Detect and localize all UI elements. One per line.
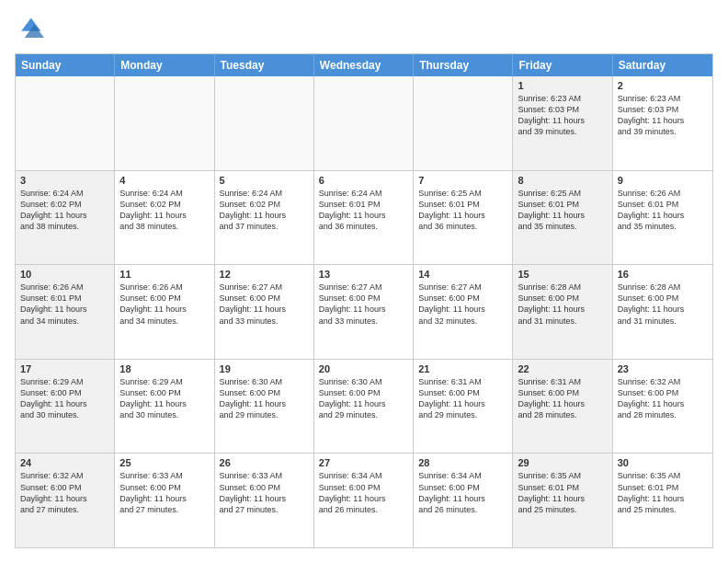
calendar-week-3: 17Sunrise: 6:29 AM Sunset: 6:00 PM Dayli…: [16, 360, 712, 454]
day-number: 16: [618, 269, 708, 280]
cell-info: Sunrise: 6:34 AM Sunset: 6:00 PM Dayligh…: [418, 470, 507, 515]
cell-info: Sunrise: 6:31 AM Sunset: 6:00 PM Dayligh…: [418, 376, 507, 421]
calendar-week-0: 1Sunrise: 6:23 AM Sunset: 6:03 PM Daylig…: [16, 76, 712, 171]
calendar-cell-12: 12Sunrise: 6:27 AM Sunset: 6:00 PM Dayli…: [215, 265, 314, 359]
cell-info: Sunrise: 6:31 AM Sunset: 6:00 PM Dayligh…: [518, 376, 607, 421]
calendar-week-1: 3Sunrise: 6:24 AM Sunset: 6:02 PM Daylig…: [16, 171, 712, 266]
calendar-week-4: 24Sunrise: 6:32 AM Sunset: 6:00 PM Dayli…: [16, 454, 712, 547]
cell-info: Sunrise: 6:35 AM Sunset: 6:01 PM Dayligh…: [518, 470, 607, 515]
calendar-cell-11: 11Sunrise: 6:26 AM Sunset: 6:00 PM Dayli…: [115, 265, 214, 359]
cell-info: Sunrise: 6:26 AM Sunset: 6:01 PM Dayligh…: [618, 188, 708, 233]
calendar-cell-empty-0-2: [215, 76, 314, 170]
header-day-monday: Monday: [115, 54, 214, 76]
day-number: 17: [20, 363, 109, 374]
cell-info: Sunrise: 6:32 AM Sunset: 6:00 PM Dayligh…: [618, 376, 708, 421]
day-number: 3: [20, 175, 109, 186]
calendar-body: 1Sunrise: 6:23 AM Sunset: 6:03 PM Daylig…: [16, 76, 712, 547]
calendar: SundayMondayTuesdayWednesdayThursdayFrid…: [15, 53, 713, 548]
calendar-header-row: SundayMondayTuesdayWednesdayThursdayFrid…: [16, 54, 712, 76]
calendar-cell-23: 23Sunrise: 6:32 AM Sunset: 6:00 PM Dayli…: [613, 360, 712, 454]
day-number: 2: [618, 80, 708, 91]
cell-info: Sunrise: 6:29 AM Sunset: 6:00 PM Dayligh…: [119, 376, 209, 421]
cell-info: Sunrise: 6:24 AM Sunset: 6:01 PM Dayligh…: [319, 188, 408, 233]
cell-info: Sunrise: 6:30 AM Sunset: 6:00 PM Dayligh…: [220, 376, 309, 421]
cell-info: Sunrise: 6:35 AM Sunset: 6:01 PM Dayligh…: [618, 470, 708, 515]
cell-info: Sunrise: 6:24 AM Sunset: 6:02 PM Dayligh…: [220, 188, 309, 233]
calendar-cell-10: 10Sunrise: 6:26 AM Sunset: 6:01 PM Dayli…: [16, 265, 115, 359]
header-day-friday: Friday: [513, 54, 612, 76]
day-number: 5: [220, 175, 309, 186]
cell-info: Sunrise: 6:27 AM Sunset: 6:00 PM Dayligh…: [418, 282, 507, 327]
cell-info: Sunrise: 6:34 AM Sunset: 6:00 PM Dayligh…: [319, 470, 408, 515]
cell-info: Sunrise: 6:29 AM Sunset: 6:00 PM Dayligh…: [20, 376, 109, 421]
day-number: 27: [319, 457, 408, 468]
day-number: 15: [518, 269, 607, 280]
header-day-saturday: Saturday: [613, 54, 712, 76]
calendar-cell-8: 8Sunrise: 6:25 AM Sunset: 6:01 PM Daylig…: [513, 171, 612, 265]
cell-info: Sunrise: 6:24 AM Sunset: 6:02 PM Dayligh…: [20, 188, 109, 233]
day-number: 25: [119, 457, 209, 468]
day-number: 23: [618, 363, 708, 374]
calendar-cell-1: 1Sunrise: 6:23 AM Sunset: 6:03 PM Daylig…: [513, 76, 612, 170]
day-number: 30: [618, 457, 708, 468]
calendar-cell-empty-0-4: [414, 76, 513, 170]
logo: [15, 15, 48, 44]
header-day-sunday: Sunday: [16, 54, 115, 76]
calendar-cell-30: 30Sunrise: 6:35 AM Sunset: 6:01 PM Dayli…: [613, 454, 712, 547]
calendar-cell-20: 20Sunrise: 6:30 AM Sunset: 6:00 PM Dayli…: [314, 360, 414, 454]
calendar-cell-2: 2Sunrise: 6:23 AM Sunset: 6:03 PM Daylig…: [613, 76, 712, 170]
header-day-thursday: Thursday: [414, 54, 513, 76]
day-number: 8: [518, 175, 607, 186]
calendar-cell-3: 3Sunrise: 6:24 AM Sunset: 6:02 PM Daylig…: [16, 171, 115, 265]
day-number: 1: [518, 80, 607, 91]
cell-info: Sunrise: 6:30 AM Sunset: 6:00 PM Dayligh…: [319, 376, 408, 421]
calendar-cell-13: 13Sunrise: 6:27 AM Sunset: 6:00 PM Dayli…: [314, 265, 414, 359]
cell-info: Sunrise: 6:26 AM Sunset: 6:01 PM Dayligh…: [20, 282, 109, 327]
calendar-cell-15: 15Sunrise: 6:28 AM Sunset: 6:00 PM Dayli…: [513, 265, 612, 359]
calendar-cell-28: 28Sunrise: 6:34 AM Sunset: 6:00 PM Dayli…: [414, 454, 513, 547]
day-number: 11: [119, 269, 209, 280]
logo-icon: [15, 15, 44, 44]
day-number: 14: [418, 269, 507, 280]
cell-info: Sunrise: 6:23 AM Sunset: 6:03 PM Dayligh…: [518, 93, 607, 138]
cell-info: Sunrise: 6:25 AM Sunset: 6:01 PM Dayligh…: [418, 188, 507, 233]
cell-info: Sunrise: 6:25 AM Sunset: 6:01 PM Dayligh…: [518, 188, 607, 233]
day-number: 13: [319, 269, 408, 280]
day-number: 29: [518, 457, 607, 468]
calendar-cell-4: 4Sunrise: 6:24 AM Sunset: 6:02 PM Daylig…: [115, 171, 214, 265]
calendar-cell-7: 7Sunrise: 6:25 AM Sunset: 6:01 PM Daylig…: [414, 171, 513, 265]
cell-info: Sunrise: 6:24 AM Sunset: 6:02 PM Dayligh…: [119, 188, 209, 233]
calendar-cell-empty-0-1: [115, 76, 214, 170]
calendar-cell-16: 16Sunrise: 6:28 AM Sunset: 6:00 PM Dayli…: [613, 265, 712, 359]
cell-info: Sunrise: 6:23 AM Sunset: 6:03 PM Dayligh…: [618, 93, 708, 138]
page: SundayMondayTuesdayWednesdayThursdayFrid…: [0, 0, 728, 563]
calendar-cell-empty-0-0: [16, 76, 115, 170]
day-number: 22: [518, 363, 607, 374]
calendar-cell-26: 26Sunrise: 6:33 AM Sunset: 6:00 PM Dayli…: [215, 454, 314, 547]
cell-info: Sunrise: 6:33 AM Sunset: 6:00 PM Dayligh…: [119, 470, 209, 515]
day-number: 20: [319, 363, 408, 374]
calendar-cell-24: 24Sunrise: 6:32 AM Sunset: 6:00 PM Dayli…: [16, 454, 115, 547]
calendar-cell-6: 6Sunrise: 6:24 AM Sunset: 6:01 PM Daylig…: [314, 171, 414, 265]
day-number: 4: [119, 175, 209, 186]
calendar-cell-27: 27Sunrise: 6:34 AM Sunset: 6:00 PM Dayli…: [314, 454, 414, 547]
header-day-tuesday: Tuesday: [215, 54, 314, 76]
day-number: 9: [618, 175, 708, 186]
calendar-week-2: 10Sunrise: 6:26 AM Sunset: 6:01 PM Dayli…: [16, 265, 712, 360]
day-number: 24: [20, 457, 109, 468]
calendar-cell-14: 14Sunrise: 6:27 AM Sunset: 6:00 PM Dayli…: [414, 265, 513, 359]
calendar-cell-19: 19Sunrise: 6:30 AM Sunset: 6:00 PM Dayli…: [215, 360, 314, 454]
cell-info: Sunrise: 6:27 AM Sunset: 6:00 PM Dayligh…: [220, 282, 309, 327]
cell-info: Sunrise: 6:26 AM Sunset: 6:00 PM Dayligh…: [119, 282, 209, 327]
calendar-cell-25: 25Sunrise: 6:33 AM Sunset: 6:00 PM Dayli…: [115, 454, 214, 547]
header: [15, 15, 713, 44]
calendar-cell-22: 22Sunrise: 6:31 AM Sunset: 6:00 PM Dayli…: [513, 360, 612, 454]
calendar-cell-29: 29Sunrise: 6:35 AM Sunset: 6:01 PM Dayli…: [513, 454, 612, 547]
calendar-cell-21: 21Sunrise: 6:31 AM Sunset: 6:00 PM Dayli…: [414, 360, 513, 454]
calendar-cell-18: 18Sunrise: 6:29 AM Sunset: 6:00 PM Dayli…: [115, 360, 214, 454]
day-number: 28: [418, 457, 507, 468]
day-number: 19: [220, 363, 309, 374]
cell-info: Sunrise: 6:27 AM Sunset: 6:00 PM Dayligh…: [319, 282, 408, 327]
cell-info: Sunrise: 6:32 AM Sunset: 6:00 PM Dayligh…: [20, 470, 109, 515]
calendar-cell-5: 5Sunrise: 6:24 AM Sunset: 6:02 PM Daylig…: [215, 171, 314, 265]
